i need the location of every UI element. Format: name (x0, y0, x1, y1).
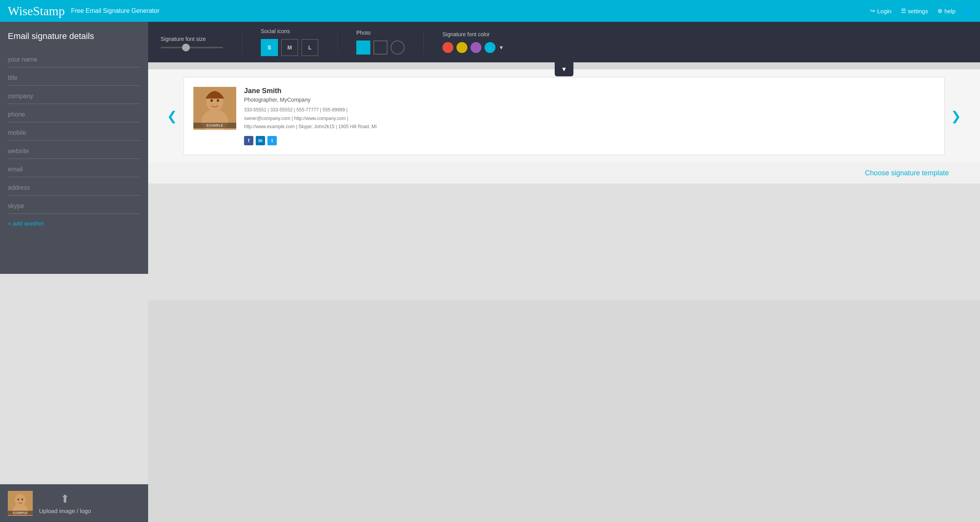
next-signature-button[interactable]: ❯ (945, 109, 968, 123)
photo-label: Photo (356, 30, 371, 36)
svg-point-9 (217, 99, 219, 102)
title-input[interactable] (8, 71, 140, 86)
choose-template-section: Choose signature template (148, 163, 980, 183)
help-button[interactable]: ⊕ help (938, 7, 955, 14)
login-button[interactable]: ↪ Login (870, 7, 892, 14)
size-m-button[interactable]: M (281, 39, 298, 56)
toolbar: Signature font size Social icons S M L P… (148, 22, 980, 62)
photo-square-empty-button[interactable] (373, 41, 387, 55)
website-input[interactable] (8, 144, 140, 159)
collapse-button[interactable]: ▼ (555, 62, 573, 76)
sidebar-title: Email signature details (8, 31, 140, 41)
right-panel: Signature font size Social icons S M L P… (148, 22, 980, 522)
signature-wrapper: ❮ EXAMPLE (148, 69, 980, 163)
form-field-mobile (8, 125, 140, 144)
sidebar-wrapper: Email signature details (0, 22, 148, 522)
preview-container: ▼ ❮ EXAMPLE (148, 69, 980, 183)
form-field-website (8, 144, 140, 162)
font-size-slider-wrapper (161, 47, 223, 48)
form-field-skype (8, 199, 140, 217)
svg-point-4 (21, 499, 23, 501)
upload-icon: ⬆ (60, 492, 69, 505)
globe-icon: 🌐 (965, 7, 972, 14)
size-buttons-group: S M L (261, 39, 318, 56)
upload-section: EXAMPLE ⬆ Upload image / logo (0, 484, 148, 522)
color-purple[interactable] (471, 42, 481, 53)
linkedin-icon[interactable]: in (256, 136, 265, 145)
form-field-address (8, 180, 140, 199)
header: WiseStamp Free Email Signature Generator… (0, 0, 980, 22)
photo-square-filled-button[interactable] (356, 41, 370, 55)
font-size-section: Signature font size (161, 36, 223, 48)
sidebar: Email signature details (0, 22, 148, 274)
photo-section: Photo (356, 30, 405, 55)
phone-input[interactable] (8, 107, 140, 122)
signature-photo: EXAMPLE (193, 87, 236, 130)
name-input[interactable] (8, 52, 140, 67)
font-color-label: Signature font color (442, 31, 490, 37)
add-another-button[interactable]: + add another (8, 220, 44, 227)
address-input[interactable] (8, 180, 140, 196)
photo-circle-button[interactable] (391, 41, 405, 55)
font-color-section: Signature font color ▼ (442, 31, 504, 53)
choose-template-link[interactable]: Choose signature template (865, 169, 949, 177)
upload-button[interactable]: ⬆ Upload image / logo (39, 492, 91, 514)
header-right: ↪ Login ☰ settings ⊕ help 🌐 (870, 7, 972, 14)
size-s-button[interactable]: S (261, 39, 278, 56)
twitter-icon[interactable]: t (267, 136, 277, 145)
color-yellow[interactable] (456, 42, 467, 53)
form-field-email (8, 162, 140, 180)
language-button[interactable]: 🌐 (965, 7, 972, 14)
divider-2 (337, 30, 338, 54)
header-tagline: Free Email Signature Generator (71, 7, 159, 14)
font-size-slider[interactable] (161, 47, 223, 48)
size-l-button[interactable]: L (301, 39, 318, 56)
color-blue[interactable] (485, 42, 495, 53)
facebook-icon[interactable]: f (244, 136, 253, 145)
form-field-name (8, 52, 140, 71)
login-icon: ↪ (870, 7, 875, 14)
font-size-label: Signature font size (161, 36, 206, 42)
email-input[interactable] (8, 162, 140, 177)
bottom-area (148, 183, 980, 300)
sig-title: Photographer, MyCompany (244, 97, 935, 103)
color-buttons-group: ▼ (442, 42, 504, 53)
upload-thumbnail: EXAMPLE (8, 491, 33, 516)
company-input[interactable] (8, 89, 140, 104)
divider-1 (242, 30, 242, 54)
sig-photo-label: EXAMPLE (193, 123, 236, 128)
divider-3 (423, 30, 424, 54)
skype-input[interactable] (8, 199, 140, 214)
color-dropdown-button[interactable]: ▼ (499, 44, 504, 51)
social-icons-label: Social icons (261, 28, 290, 34)
sig-details: 333-55551 | 333-55552 | 555-77777 | 555-… (244, 106, 935, 131)
logo: WiseStamp (8, 4, 65, 18)
form-field-phone (8, 107, 140, 125)
form-field-title (8, 71, 140, 89)
sig-social: f in t (244, 136, 935, 145)
mobile-input[interactable] (8, 125, 140, 141)
signature-card: EXAMPLE Jane Smith Photographer, MyCompa… (184, 77, 945, 155)
prev-signature-button[interactable]: ❮ (161, 109, 184, 123)
signature-info: Jane Smith Photographer, MyCompany 333-5… (244, 87, 935, 145)
help-icon: ⊕ (938, 7, 943, 14)
header-left: WiseStamp Free Email Signature Generator (8, 4, 159, 18)
social-icons-section: Social icons S M L (261, 28, 318, 56)
photo-buttons-group (356, 41, 405, 55)
svg-point-8 (211, 99, 213, 102)
color-red[interactable] (442, 42, 453, 53)
settings-icon: ☰ (901, 7, 906, 14)
form-field-company (8, 89, 140, 107)
svg-point-3 (18, 499, 19, 501)
settings-button[interactable]: ☰ settings (901, 7, 928, 14)
example-label: EXAMPLE (8, 511, 33, 515)
main-layout: Email signature details (0, 22, 980, 522)
sig-name: Jane Smith (244, 87, 935, 95)
